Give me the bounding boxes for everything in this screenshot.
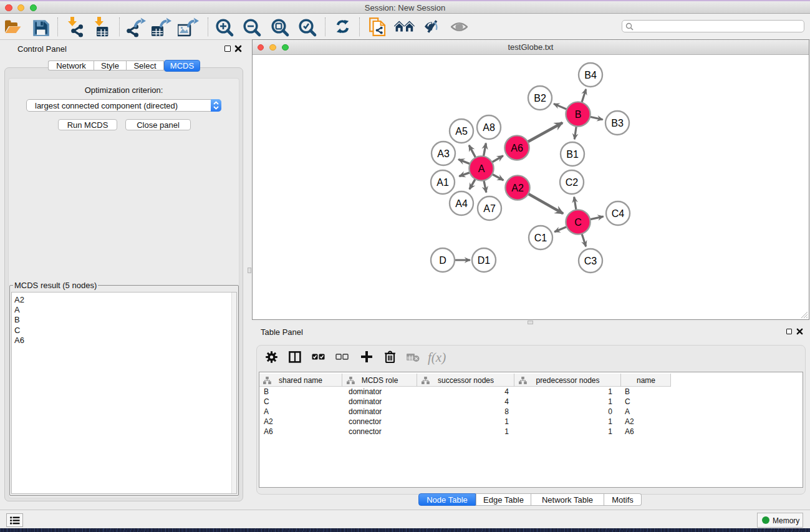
svg-text:B: B <box>575 109 582 120</box>
svg-text:A6: A6 <box>511 143 523 153</box>
svg-text:C2: C2 <box>566 177 579 188</box>
svg-text:C3: C3 <box>584 256 597 266</box>
svg-text:A8: A8 <box>483 122 495 133</box>
svg-text:B4: B4 <box>584 70 597 80</box>
svg-text:A: A <box>478 163 485 174</box>
svg-text:B2: B2 <box>534 93 546 104</box>
svg-text:A2: A2 <box>511 183 524 193</box>
svg-text:C4: C4 <box>612 208 625 219</box>
svg-text:A5: A5 <box>455 126 468 137</box>
svg-text:A4: A4 <box>455 198 468 209</box>
svg-text:D: D <box>439 255 446 266</box>
svg-text:B3: B3 <box>611 118 624 128</box>
svg-text:C: C <box>574 217 582 228</box>
svg-text:A7: A7 <box>483 203 496 214</box>
svg-text:D1: D1 <box>478 255 491 266</box>
svg-text:B1: B1 <box>566 149 579 160</box>
svg-text:A1: A1 <box>436 177 449 188</box>
svg-text:A3: A3 <box>437 148 450 159</box>
svg-text:C1: C1 <box>534 233 547 243</box>
